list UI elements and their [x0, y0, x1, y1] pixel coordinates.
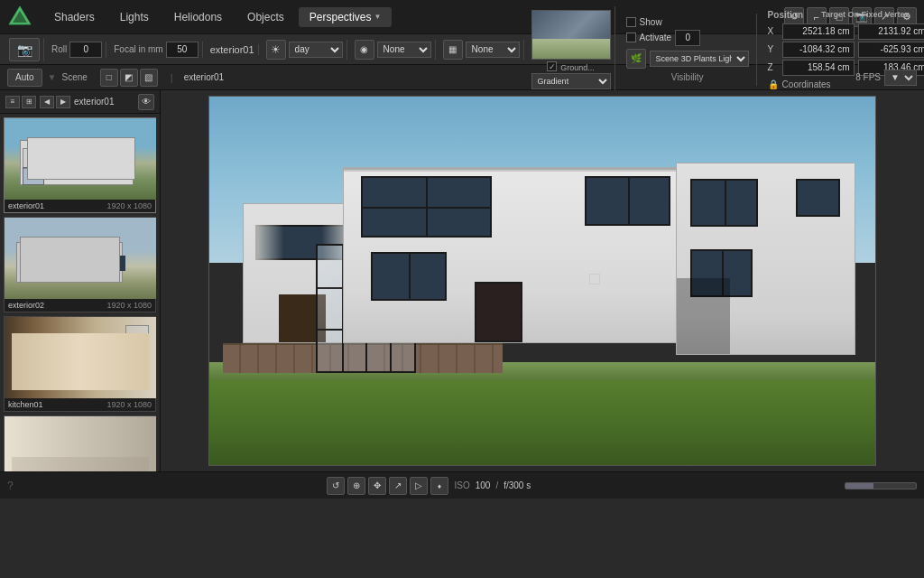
none-group1: ◉ None — [351, 40, 436, 60]
plants-icon[interactable]: 🌿 — [626, 49, 646, 69]
auto-btn[interactable]: Auto — [7, 69, 42, 87]
thumb-label-kitchen01: kitchen01 1920 x 1080 — [5, 398, 155, 411]
sun-icon[interactable]: ☀ — [266, 40, 286, 60]
thumb-size-exterior02: 1920 x 1080 — [106, 301, 152, 310]
z-axis-label: Z — [768, 62, 779, 72]
activate-label: Activate — [640, 33, 672, 42]
thumb-size-exterior01: 1920 x 1080 — [106, 201, 152, 210]
panel-eye-btn[interactable]: 👁 — [138, 94, 154, 110]
fstop-value: f/300 s — [504, 480, 531, 490]
fps-display: 8 FPS ▼ — [855, 70, 917, 86]
scene-icon3[interactable]: ▧ — [140, 69, 158, 87]
roll-group: Roll — [48, 42, 106, 58]
x-target-input[interactable] — [858, 23, 924, 40]
next-btn[interactable]: ▶ — [56, 96, 70, 108]
none-select2[interactable]: None — [466, 42, 520, 58]
x-row: X — [768, 23, 924, 40]
y-target-input[interactable] — [858, 42, 924, 58]
grid-view-btn[interactable]: ⊞ — [22, 96, 36, 108]
visibility-label: Visibility — [671, 70, 704, 82]
status-undo-btn[interactable]: ↺ — [327, 477, 345, 495]
none-select1[interactable]: None — [377, 42, 431, 58]
panel-name: exterior01 — [74, 97, 114, 107]
status-icon5[interactable]: ▷ — [410, 477, 428, 495]
environment-label: Ground... — [560, 63, 595, 72]
viewport-frame[interactable] — [208, 96, 876, 466]
thumb-kitchen01-1[interactable]: kitchen01_1 1920 x 1080 — [4, 415, 156, 471]
focal-label: Focal in mm — [114, 44, 162, 54]
iso-label: ISO — [454, 480, 469, 490]
status-rotate-btn[interactable]: ↗ — [389, 477, 407, 495]
status-icon6[interactable]: ⬧ — [430, 477, 448, 495]
none-group2: ▦ None — [439, 40, 524, 60]
menu-item-heliodons[interactable]: Heliodons — [163, 7, 233, 27]
camera-view-btn[interactable]: 📷 — [9, 38, 40, 61]
plants-row: 🌿 Scene 3D Plants Light — [626, 49, 749, 69]
progress-fill — [845, 483, 873, 489]
thumb-kitchen01[interactable]: kitchen01 1920 x 1080 — [4, 316, 156, 412]
scene-perspective-name: exterior01 — [184, 72, 224, 82]
gradient-select[interactable]: Gradient — [531, 73, 611, 89]
activate-checkbox[interactable] — [626, 33, 636, 42]
camera-group: 📷 — [5, 38, 44, 61]
prev-btn[interactable]: ◀ — [40, 96, 54, 108]
menu-item-perspectives[interactable]: Perspectives ▼ — [299, 7, 393, 27]
roll-input[interactable] — [69, 42, 102, 58]
perspective-name: exterior01 — [210, 44, 254, 55]
thumbnail-list: exterior01 1920 x 1080 exterior02 1920 x… — [0, 114, 160, 471]
y-axis-label: Y — [768, 44, 779, 54]
vp-ground — [209, 373, 875, 465]
status-zoom-btn[interactable]: ⊕ — [347, 477, 365, 495]
thumb-exterior02[interactable]: exterior02 1920 x 1080 — [4, 217, 156, 312]
vp-building-right — [676, 163, 855, 354]
viewport[interactable] — [161, 90, 924, 471]
perspectives-dropdown-arrow: ▼ — [374, 13, 382, 21]
activate-row: Activate — [626, 30, 749, 46]
thumb-label-exterior01: exterior01 1920 x 1080 — [5, 200, 155, 212]
environment-checkbox[interactable] — [547, 61, 557, 71]
x-pos-input[interactable] — [782, 23, 855, 40]
x-axis-label: X — [768, 26, 779, 36]
z-pos-input[interactable] — [782, 60, 855, 76]
thumb-name-exterior02: exterior02 — [8, 301, 44, 310]
thumb-img-kitchen01 — [5, 317, 156, 398]
menu-item-shaders[interactable]: Shaders — [43, 7, 106, 27]
thumb-exterior01[interactable]: exterior01 1920 x 1080 — [4, 117, 156, 213]
thumb-img-kitchen01-1 — [5, 416, 156, 471]
environment-preview[interactable] — [531, 10, 611, 60]
perspective-name-group: exterior01 — [207, 44, 259, 55]
thumb-name-exterior01: exterior01 — [8, 201, 44, 210]
thumb-name-kitchen01: kitchen01 — [8, 400, 43, 409]
preview-area: Ground... Gradient — [528, 6, 615, 93]
scene-icon1[interactable]: □ — [100, 69, 118, 87]
status-bar: ? ↺ ⊕ ✥ ↗ ▷ ⬧ ISO 100 / f/300 s — [0, 471, 924, 499]
progress-bar — [845, 482, 917, 489]
show-row: Show — [626, 17, 749, 27]
status-pan-btn[interactable]: ✥ — [368, 477, 386, 495]
texture-icon[interactable]: ▦ — [443, 40, 463, 60]
scene-icon2[interactable]: ◩ — [120, 69, 138, 87]
fps-value: 8 FPS — [855, 72, 881, 82]
app-logo — [7, 5, 32, 30]
status-icons: ↺ ⊕ ✥ ↗ ▷ ⬧ — [327, 477, 448, 495]
left-panel: ≡ ⊞ ◀ ▶ exterior01 👁 — [0, 90, 161, 471]
status-right — [845, 482, 917, 489]
vp-building-main — [343, 167, 689, 344]
menu-item-lights[interactable]: Lights — [109, 7, 160, 27]
plants-select[interactable]: Scene 3D Plants Light — [650, 51, 749, 67]
focal-group: Focal in mm — [110, 42, 202, 58]
y-pos-input[interactable] — [782, 42, 855, 58]
fps-select[interactable]: ▼ — [884, 70, 917, 86]
menu-item-objects[interactable]: Objects — [236, 7, 295, 27]
activate-input[interactable] — [675, 30, 700, 46]
toolbar: 📷 Roll Focal in mm exterior01 ☀ day nigh… — [0, 34, 924, 65]
focal-input[interactable] — [166, 42, 199, 58]
target-title: Target On Fixed Vertex — [821, 10, 909, 20]
y-row: Y — [768, 42, 924, 58]
day-select[interactable]: day night — [289, 42, 343, 58]
list-view-btn[interactable]: ≡ — [5, 96, 20, 108]
heliodon-icon[interactable]: ◉ — [355, 40, 374, 60]
thumb-img-exterior02 — [5, 218, 156, 299]
show-checkbox[interactable] — [626, 17, 636, 27]
vp-indicator — [589, 274, 600, 284]
